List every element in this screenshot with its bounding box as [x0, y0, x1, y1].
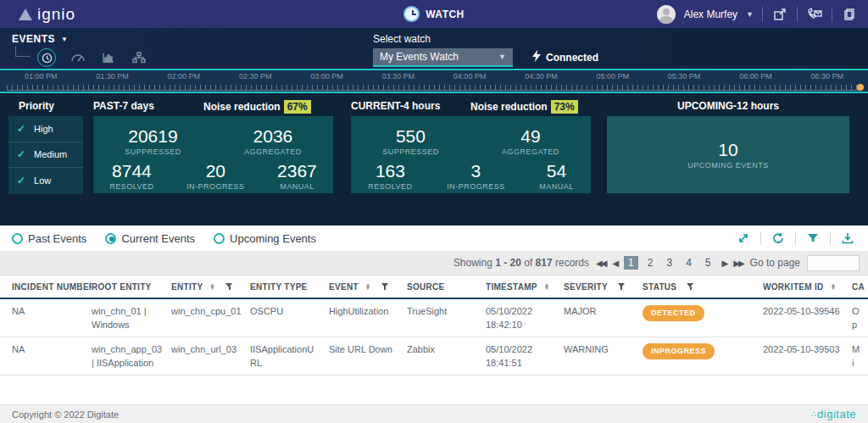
external-window-icon[interactable]	[771, 6, 788, 23]
ignio-logo[interactable]: ignio	[19, 5, 75, 24]
time-label: 06:00 PM	[720, 72, 791, 82]
user-menu-chevron-icon[interactable]: ▼	[746, 10, 754, 19]
download-icon[interactable]	[839, 230, 856, 247]
radio-checked-icon	[105, 233, 116, 244]
current-stats-card: 550 SUPPRESSED 49 AGGREGATED 163 RESOLVE…	[351, 116, 591, 193]
page-button-4[interactable]: 4	[682, 256, 696, 270]
top-header: ignio WATCH Alex Murfey ▼	[0, 0, 868, 28]
sort-icon[interactable]: ▲▼	[209, 283, 215, 291]
divider	[830, 231, 831, 245]
filter-icon[interactable]	[618, 283, 626, 291]
page-numbers: 1 2 3 4 5	[624, 256, 715, 270]
header-actions: Alex Murfey ▼	[657, 0, 858, 28]
cell-category: Op	[852, 305, 868, 332]
past-stats-card: 20619 SUPPRESSED 2036 AGGREGATED 8744 RE…	[93, 116, 333, 193]
current-aggregated-stat: 49 AGGREGATED	[502, 126, 559, 156]
filter-icon[interactable]	[381, 283, 389, 291]
topology-view-icon[interactable]	[131, 49, 147, 66]
time-label: 03:00 PM	[291, 72, 362, 82]
current-events-radio[interactable]: Current Events	[105, 232, 195, 245]
cell-event: Site URL Down	[329, 343, 407, 357]
user-name: Alex Murfey	[684, 8, 737, 20]
current-time-marker[interactable]	[857, 84, 864, 91]
cell-workitem-id: 2022-05-10-39546	[763, 305, 852, 319]
lightning-bolt-icon	[532, 50, 541, 64]
ignio-logo-icon	[19, 8, 32, 20]
bar-chart-view-icon[interactable]	[100, 49, 117, 66]
priority-high-checkbox[interactable]: ✓ High	[8, 116, 83, 142]
prev-page-button[interactable]: ◀	[612, 259, 617, 268]
divider	[760, 231, 761, 245]
cell-entity-type: IISApplicationURL	[250, 343, 329, 370]
divider	[832, 7, 832, 22]
time-label: 05:00 PM	[577, 72, 648, 82]
filter-icon[interactable]	[687, 283, 694, 291]
cell-incident: NA	[12, 305, 92, 319]
col-root-entity: ROOT ENTITY	[92, 282, 171, 292]
selected-watch-value: My Events Watch	[380, 51, 459, 63]
past-resolved-stat: 8744 RESOLVED	[109, 161, 153, 191]
cell-incident: NA	[12, 343, 92, 357]
timeline-ruler	[7, 85, 860, 91]
documents-icon[interactable]	[841, 6, 858, 23]
time-label: 03:30 PM	[363, 72, 434, 82]
cell-root-entity: win_chn_01 | Windows	[92, 305, 171, 332]
page-button-5[interactable]: 5	[701, 256, 715, 270]
sort-icon[interactable]: ▲▼	[544, 283, 550, 291]
pagination-arrows-left: ◀◀ ◀	[596, 259, 617, 268]
next-page-button[interactable]: ▶	[722, 259, 727, 268]
gauge-view-icon[interactable]	[70, 49, 86, 66]
timeline-strip[interactable]: 01:00 PM 01:30 PM 02:00 PM 02:30 PM 03:0…	[0, 69, 868, 93]
table-row[interactable]: NA win_chn_01 | Windows win_chn_cpu_01 O…	[0, 299, 868, 337]
timeline-labels: 01:00 PM 01:30 PM 02:00 PM 02:30 PM 03:0…	[0, 70, 868, 82]
event-period-radios: Past Events Current Events Upcoming Even…	[12, 232, 316, 245]
past-card-title: PAST-7 days	[93, 100, 154, 112]
priority-filter-panel: ✓ High ✓ Medium ✓ Low	[8, 116, 83, 194]
upcoming-events-radio[interactable]: Upcoming Events	[214, 232, 316, 245]
refresh-icon[interactable]	[770, 230, 787, 247]
col-source: SOURCE	[407, 282, 486, 292]
time-label: 01:00 PM	[5, 72, 76, 82]
goto-page-input[interactable]	[807, 255, 860, 271]
page-button-1[interactable]: 1	[624, 256, 638, 270]
events-section-selector[interactable]: EVENTS ▼	[12, 33, 68, 45]
sort-icon[interactable]: ▲▼	[365, 283, 371, 291]
cell-entity: win_chn_url_03	[171, 343, 250, 357]
sort-icon[interactable]: ▲▼	[831, 283, 837, 291]
page-button-3[interactable]: 3	[662, 256, 676, 270]
check-icon: ✓	[17, 123, 25, 135]
status-badge: INPROGRESS	[643, 343, 715, 359]
ignio-logo-text: ignio	[37, 5, 75, 24]
contact-support-icon[interactable]	[806, 6, 823, 23]
check-icon: ✓	[17, 148, 25, 160]
cell-timestamp: 05/10/2022 18:41:51	[486, 343, 547, 370]
last-page-button[interactable]: ▶▶	[733, 259, 743, 268]
past-aggregated-stat: 2036 AGGREGATED	[244, 126, 302, 156]
select-watch-label: Select watch	[373, 33, 431, 45]
events-table-section: Past Events Current Events Upcoming Even…	[0, 225, 868, 404]
time-label: 01:30 PM	[76, 72, 147, 82]
history-view-icon[interactable]	[37, 48, 56, 67]
filter-table-icon[interactable]	[804, 230, 821, 247]
table-row[interactable]: NA win_chn_app_03 | IISApplication win_c…	[0, 337, 868, 376]
cell-source: TrueSight	[407, 305, 486, 319]
divider	[797, 7, 798, 22]
app-title: WATCH	[426, 8, 465, 20]
col-category: CA	[852, 282, 868, 292]
user-avatar[interactable]	[657, 5, 676, 24]
first-page-button[interactable]: ◀◀	[596, 259, 605, 268]
table-header-row: INCIDENT NUMBER ROOT ENTITY ENTITY▲▼ ENT…	[0, 275, 868, 299]
table-toolbar	[735, 230, 856, 247]
expand-table-icon[interactable]	[735, 230, 752, 247]
priority-medium-checkbox[interactable]: ✓ Medium	[8, 142, 83, 169]
cell-severity: MAJOR	[564, 305, 643, 319]
event-tabs-row: Past Events Current Events Upcoming Even…	[0, 225, 868, 251]
page-button-2[interactable]: 2	[643, 256, 658, 270]
watch-select-dropdown[interactable]: My Events Watch ▼	[373, 48, 513, 67]
col-entity-type: ENTITY TYPE	[250, 282, 329, 292]
showing-text: Showing 1 - 20 of 817 records	[453, 257, 589, 269]
filter-icon[interactable]	[225, 283, 233, 291]
priority-low-checkbox[interactable]: ✓ Low	[8, 168, 83, 194]
past-noise-badge: 67%	[284, 100, 311, 114]
past-events-radio[interactable]: Past Events	[12, 232, 86, 245]
